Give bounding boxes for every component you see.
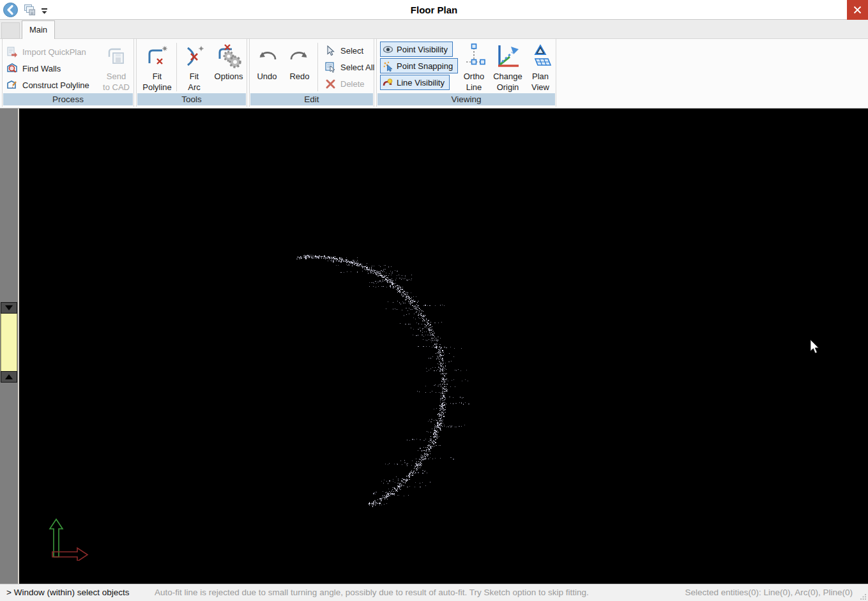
import-quickplan-label: Import QuickPlan [22,47,86,57]
fit-arc-icon [181,43,207,69]
undo-icon [255,48,278,65]
mouse-cursor [810,339,820,354]
fit-polyline-button[interactable]: Fit Polyline [141,42,173,94]
ortho-line-label-1: Ortho [464,71,485,82]
group-label-process: Process [3,93,133,105]
find-walls-icon [6,63,18,74]
send-to-cad-icon [104,44,128,68]
send-to-cad-label-1: Send [107,71,126,82]
group-label-edit: Edit [250,93,373,105]
fit-arc-label-2: Arc [188,82,201,93]
change-origin-label-1: Change [493,71,522,82]
send-to-cad-button[interactable]: Send to CAD [100,42,132,94]
redo-label: Redo [289,71,309,82]
ucs-axes-icon [48,517,90,561]
tools-divider [176,43,177,91]
fit-polyline-label-1: Fit [153,71,162,82]
construct-polyline-button[interactable]: Construct Polyline [3,77,89,93]
change-origin-label-2: Origin [497,82,519,93]
find-walls-button[interactable]: Find Walls [3,60,61,77]
options-label: Options [215,71,243,82]
plan-view-label-2: View [531,82,549,93]
back-button[interactable] [3,3,18,17]
quick-access-dropdown-button[interactable] [41,6,48,14]
point-visibility-toggle[interactable]: Point Visibility [380,42,453,57]
undo-button[interactable]: Undo [252,42,282,94]
ribbon: Import QuickPlan Find Walls Construct Po… [0,39,868,109]
status-message: Auto-fit line is rejected due to small t… [155,584,589,601]
drawing-canvas-area[interactable] [19,109,868,584]
triangle-up-icon [5,374,13,379]
delete-label: Delete [340,79,365,89]
fit-polyline-label-2: Polyline [142,82,172,93]
back-icon [3,3,18,17]
fit-arc-label-1: Fit [190,71,199,82]
window-title: Floor Plan [0,0,868,20]
find-walls-label: Find Walls [22,64,61,73]
viewing-toggle-column: Point Visibility Point Snapping [380,42,458,91]
plan-view-label-1: Plan [532,71,549,82]
point-cloud-canvas [19,109,868,584]
select-all-label: Select All [340,63,374,72]
redo-button[interactable]: Redo [286,42,314,94]
edit-divider [317,43,318,91]
ortho-line-icon [461,43,487,70]
ribbon-group-viewing: Point Visibility Point Snapping [376,39,556,107]
send-to-cad-label-2: to CAD [103,82,130,93]
elevation-slider-strip [0,109,19,584]
quick-access-save-button[interactable] [24,4,36,16]
plan-view-button[interactable]: Plan View [526,42,555,94]
redo-icon [288,48,311,65]
options-button[interactable]: Options [212,42,245,94]
workspace [0,109,868,584]
triangle-down-icon [5,305,13,310]
construct-polyline-icon [6,79,18,91]
delete-icon [325,79,336,89]
point-snapping-icon [383,61,393,72]
chevron-down-icon [41,8,48,15]
line-visibility-label: Line Visibility [397,78,445,87]
save-icon [24,4,36,16]
select-all-icon [325,62,336,73]
group-label-viewing: Viewing [377,93,555,105]
ribbon-group-edit: Undo Redo Select [249,39,374,107]
selection-summary: Selected entities(0): Line(0), Arc(0), P… [685,584,853,601]
slider-track[interactable] [1,314,17,371]
fit-arc-button[interactable]: Fit Arc [179,42,209,94]
close-icon [853,6,862,14]
line-visibility-icon [383,77,393,88]
delete-button[interactable]: Delete [321,75,365,92]
ribbon-group-tools: Fit Polyline Fit Arc [136,39,247,107]
tab-strip-corner [1,22,20,39]
construct-polyline-label: Construct Polyline [22,80,89,90]
point-snapping-toggle[interactable]: Point Snapping [380,58,458,73]
ribbon-group-process: Import QuickPlan Find Walls Construct Po… [2,39,134,107]
slider-down-button[interactable] [1,302,17,314]
change-origin-icon [494,43,521,70]
app-window: Floor Plan [0,0,868,601]
group-label-tools: Tools [137,93,246,105]
options-icon [215,42,243,70]
select-button[interactable]: Select [321,42,363,59]
select-label: Select [340,46,363,56]
point-visibility-label: Point Visibility [397,45,448,54]
elevation-slider [1,302,17,383]
point-visibility-icon [383,44,393,55]
line-visibility-toggle[interactable]: Line Visibility [380,75,450,90]
select-all-button[interactable]: Select All [321,59,374,75]
import-quickplan-button[interactable]: Import QuickPlan [3,43,86,60]
slider-up-button[interactable] [1,371,17,383]
ortho-line-label-2: Line [466,82,482,93]
point-snapping-label: Point Snapping [397,61,453,71]
close-button[interactable] [847,0,868,20]
status-bar: > Window (within) select objects Auto-fi… [0,584,868,601]
ortho-line-button[interactable]: Ortho Line [458,42,490,94]
title-bar: Floor Plan [0,0,868,20]
ribbon-tab-strip: Main [0,20,868,39]
resize-grip[interactable] [860,593,867,600]
import-quickplan-icon [6,46,18,57]
command-prompt: > Window (within) select objects [6,584,129,601]
change-origin-button[interactable]: Change Origin [491,42,524,94]
fit-polyline-icon [144,43,170,69]
tab-main[interactable]: Main [22,20,55,40]
